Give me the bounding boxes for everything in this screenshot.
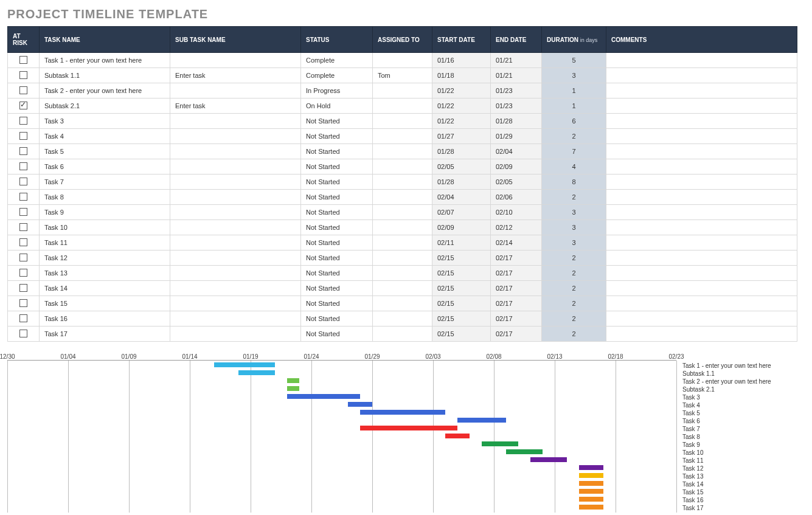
assigned-cell[interactable] [373,311,432,327]
start-date-cell[interactable]: 02/15 [432,296,491,311]
risk-checkbox[interactable] [19,208,27,216]
task-name-cell[interactable]: Subtask 2.1 [40,99,170,114]
subtask-name-cell[interactable] [170,159,301,175]
duration-cell[interactable]: 3 [542,220,606,235]
subtask-name-cell[interactable] [170,327,301,342]
start-date-cell[interactable]: 01/22 [432,114,491,129]
assigned-cell[interactable]: Tom [373,68,432,83]
duration-cell[interactable]: 6 [542,114,606,129]
start-date-cell[interactable]: 02/15 [432,266,491,281]
comments-cell[interactable] [606,311,797,327]
risk-checkbox[interactable] [19,314,27,322]
start-date-cell[interactable]: 01/27 [432,129,491,144]
subtask-name-cell[interactable] [170,175,301,190]
end-date-cell[interactable]: 01/21 [491,53,542,68]
risk-cell[interactable] [8,281,40,296]
risk-cell[interactable] [8,327,40,342]
end-date-cell[interactable]: 02/06 [491,190,542,205]
start-date-cell[interactable]: 02/15 [432,251,491,266]
subtask-name-cell[interactable]: Enter task [170,68,301,83]
comments-cell[interactable] [606,129,797,144]
assigned-cell[interactable] [373,114,432,129]
comments-cell[interactable] [606,159,797,175]
duration-cell[interactable]: 2 [542,266,606,281]
risk-checkbox[interactable] [19,132,27,140]
end-date-cell[interactable]: 01/29 [491,129,542,144]
status-cell[interactable]: Not Started [301,159,373,175]
duration-cell[interactable]: 3 [542,68,606,83]
task-name-cell[interactable]: Task 1 - enter your own text here [40,53,170,68]
risk-cell[interactable] [8,220,40,235]
assigned-cell[interactable] [373,159,432,175]
duration-cell[interactable]: 2 [542,281,606,296]
task-name-cell[interactable]: Task 6 [40,159,170,175]
start-date-cell[interactable]: 02/15 [432,311,491,327]
end-date-cell[interactable]: 02/04 [491,144,542,159]
duration-cell[interactable]: 3 [542,235,606,251]
status-cell[interactable]: Not Started [301,311,373,327]
subtask-name-cell[interactable] [170,190,301,205]
risk-cell[interactable] [8,175,40,190]
subtask-name-cell[interactable] [170,281,301,296]
task-name-cell[interactable]: Task 16 [40,311,170,327]
assigned-cell[interactable] [373,327,432,342]
subtask-name-cell[interactable] [170,205,301,220]
duration-cell[interactable]: 3 [542,205,606,220]
end-date-cell[interactable]: 02/17 [491,251,542,266]
status-cell[interactable]: Not Started [301,220,373,235]
risk-checkbox[interactable] [19,117,27,125]
task-name-cell[interactable]: Task 7 [40,175,170,190]
status-cell[interactable]: On Hold [301,99,373,114]
comments-cell[interactable] [606,68,797,83]
assigned-cell[interactable] [373,251,432,266]
subtask-name-cell[interactable] [170,220,301,235]
assigned-cell[interactable] [373,281,432,296]
comments-cell[interactable] [606,144,797,159]
start-date-cell[interactable]: 02/04 [432,190,491,205]
comments-cell[interactable] [606,205,797,220]
start-date-cell[interactable]: 02/15 [432,281,491,296]
comments-cell[interactable] [606,53,797,68]
task-name-cell[interactable]: Task 3 [40,114,170,129]
risk-checkbox[interactable] [19,269,27,277]
assigned-cell[interactable] [373,83,432,99]
status-cell[interactable]: Complete [301,53,373,68]
task-name-cell[interactable]: Task 8 [40,190,170,205]
comments-cell[interactable] [606,114,797,129]
risk-cell[interactable] [8,129,40,144]
risk-checkbox[interactable] [19,223,27,231]
risk-cell[interactable] [8,235,40,251]
status-cell[interactable]: Not Started [301,327,373,342]
duration-cell[interactable]: 1 [542,83,606,99]
end-date-cell[interactable]: 02/12 [491,220,542,235]
risk-cell[interactable] [8,190,40,205]
status-cell[interactable]: Not Started [301,251,373,266]
start-date-cell[interactable]: 02/07 [432,205,491,220]
comments-cell[interactable] [606,99,797,114]
status-cell[interactable]: Not Started [301,205,373,220]
task-name-cell[interactable]: Task 13 [40,266,170,281]
task-name-cell[interactable]: Subtask 1.1 [40,68,170,83]
duration-cell[interactable]: 2 [542,251,606,266]
duration-cell[interactable]: 2 [542,190,606,205]
end-date-cell[interactable]: 02/17 [491,296,542,311]
risk-cell[interactable] [8,114,40,129]
duration-cell[interactable]: 7 [542,144,606,159]
risk-cell[interactable] [8,144,40,159]
task-name-cell[interactable]: Task 11 [40,235,170,251]
risk-cell[interactable] [8,68,40,83]
task-name-cell[interactable]: Task 9 [40,205,170,220]
status-cell[interactable]: In Progress [301,83,373,99]
task-name-cell[interactable]: Task 15 [40,296,170,311]
comments-cell[interactable] [606,251,797,266]
start-date-cell[interactable]: 02/15 [432,327,491,342]
end-date-cell[interactable]: 02/17 [491,266,542,281]
risk-cell[interactable] [8,251,40,266]
risk-checkbox[interactable] [19,330,27,337]
status-cell[interactable]: Not Started [301,129,373,144]
subtask-name-cell[interactable] [170,129,301,144]
task-name-cell[interactable]: Task 5 [40,144,170,159]
subtask-name-cell[interactable] [170,114,301,129]
start-date-cell[interactable]: 01/16 [432,53,491,68]
risk-cell[interactable] [8,83,40,99]
